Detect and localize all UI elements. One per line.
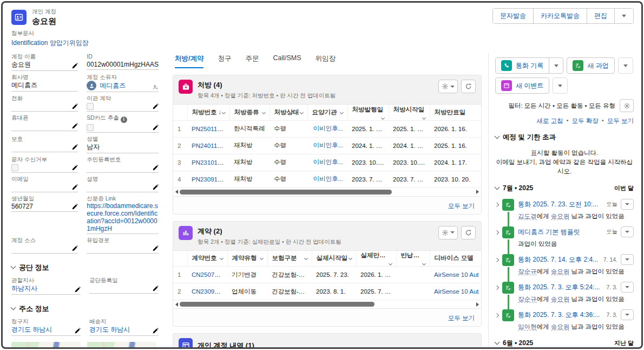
edit-pencil-icon[interactable] [152,165,159,171]
care-org-link[interactable]: 이비인후... [313,142,343,148]
scrollbar-thumb[interactable] [180,302,374,307]
expand-chevron-icon[interactable] [495,258,499,262]
activity-title-link[interactable]: 통화 2025. 7. 23. 오전 10:... [518,200,603,209]
activity-title-link[interactable]: 통화 2025. 7. 14. 오후 2:4... [518,255,600,264]
edit-pencil-icon[interactable] [74,328,81,334]
column-prescription-no[interactable]: 처방번호 ↓ [187,105,229,120]
target-link[interactable]: 송요원 [551,268,570,275]
new-task-dropdown[interactable] [618,57,633,74]
upcoming-overdue-section[interactable]: 예정 및 기한 초과 [495,133,634,142]
history-title[interactable]: 개인 계정 내역 (1) [198,341,254,349]
kakao-send-button[interactable]: 카카오톡발송 [533,9,587,23]
log-call-dropdown[interactable] [549,58,563,73]
billing-address-link[interactable]: 경기도 하남시 [11,325,52,334]
prescription-link[interactable]: PN2310152533 [192,159,229,166]
edit-pencil-icon[interactable] [152,184,159,191]
care-org-link[interactable]: 이비인후... [313,176,343,182]
edit-button[interactable]: 편집 [587,9,614,23]
expand-chevron-icon[interactable] [495,286,499,290]
column-start-date[interactable]: 처방시작일 [389,105,430,120]
actor-link[interactable]: 김도경 [518,213,537,220]
new-event-dropdown[interactable] [553,77,568,94]
view-all-link[interactable]: 모두 보기 [448,203,475,209]
tab-order[interactable]: 주문 [245,54,259,68]
edit-pencil-icon[interactable] [71,123,78,129]
info-icon[interactable]: i [121,116,127,123]
prescription-link[interactable]: PN2501186293 [192,126,229,132]
scroll-right-arrow[interactable] [476,302,479,307]
activity-filter-text[interactable]: 필터: 모든 시간 • 모든 활동 • 모든 유형 [508,102,615,110]
new-event-button[interactable]: 새 이벤트 [495,77,549,94]
edit-pencil-icon[interactable] [152,286,159,292]
checkbox[interactable] [87,103,94,110]
scroll-right-arrow[interactable] [476,190,479,194]
activity-menu-button[interactable] [621,226,634,237]
column-contract-no[interactable]: 계약번호 [187,251,227,267]
log-call-button[interactable]: 통화 기록 [496,60,549,71]
more-actions-button[interactable] [614,9,633,23]
edit-pencil-icon[interactable] [71,204,78,210]
expand-chevron-icon[interactable] [495,230,499,235]
shipping-map-thumbnail[interactable]: 100 고덕로 서울외곽 [87,342,156,349]
refresh-link[interactable]: 새로 고침 [536,117,563,125]
column-device-model[interactable]: 디바이스 모델 [430,251,481,267]
activity-menu-button[interactable] [621,254,634,265]
list-settings-button[interactable] [438,80,458,93]
refresh-button[interactable] [461,226,476,239]
target-link[interactable]: 송요원 [551,323,570,330]
care-org-link[interactable]: 이비인후... [313,159,343,165]
column-actual-end[interactable]: 실제만료일 ↓ [356,251,396,267]
prescription-link[interactable]: PN2309150016 [192,176,229,183]
expand-all-link[interactable]: 모두 확장 [572,117,599,125]
device-model-link[interactable]: AirSense 10 Aut [434,271,478,278]
actor-link[interactable]: 장순규 [518,296,537,303]
edit-pencil-icon[interactable] [74,287,81,293]
attachment-link[interactable]: Identification 양압기위임장 [11,38,633,48]
target-link[interactable]: 송요원 [551,213,570,220]
list-settings-button[interactable] [438,226,458,239]
activity-menu-button[interactable] [621,282,634,293]
activity-title-link[interactable]: 메디홈즈 기본 템플릿 [518,228,603,237]
id-card-url-link[interactable]: https://bodammedicare.secure.force.com/I… [87,202,159,232]
actor-link[interactable]: 장순규 [518,268,537,275]
activity-filter-button[interactable] [620,99,634,112]
tab-prescription-contract[interactable]: 처방/계약 [175,54,203,68]
edit-pencil-icon[interactable] [152,328,159,334]
column-end-date[interactable]: 처방만료일 [430,105,481,120]
edit-pencil-icon[interactable] [152,245,159,252]
owner-link[interactable]: 메디홈즈 [100,81,126,90]
branch-link[interactable]: 하남지사 [11,284,37,293]
tab-call-sms[interactable]: Call/SMS [273,54,301,68]
actor-link[interactable]: 임아현 [518,323,537,330]
edit-pencil-icon[interactable] [152,103,159,110]
edit-pencil-icon[interactable] [71,144,78,151]
scroll-left-arrow[interactable] [175,190,178,194]
care-org-link[interactable]: 이비인후... [313,125,343,132]
tab-poa[interactable]: 위임장 [316,54,336,68]
contract-link[interactable]: CN250760218 [192,271,227,278]
view-all-link[interactable]: 모두 보기 [607,117,634,125]
edit-pencil-icon[interactable] [71,184,78,191]
section-gongdan-info[interactable]: 공단 정보 [11,263,159,273]
edit-pencil-icon[interactable] [152,125,159,131]
prescription-link[interactable]: PN2401162635 [192,142,229,149]
contracts-title[interactable]: 계약 (2) [198,226,341,236]
expand-chevron-icon[interactable] [495,203,499,207]
new-task-button[interactable]: 새 과업 [567,57,614,74]
column-prescription-status[interactable]: 처방상태 [270,105,307,120]
refresh-button[interactable] [461,80,476,93]
shipping-address-link[interactable]: 경기도 하남시 [89,325,130,334]
view-all-link[interactable]: 모두 보기 [448,315,475,321]
activity-title-link[interactable]: 통화 2025. 7. 3. 오후 5:24:... [518,283,603,292]
target-link[interactable]: 송요원 [551,296,570,303]
edit-pencil-icon[interactable] [71,63,78,69]
checkbox[interactable] [87,124,94,131]
billing-map-thumbnail[interactable]: 100 고덕로 서울외곽 [11,342,81,349]
column-prescription-type[interactable]: 처방종류 [229,105,270,120]
column-issue-date[interactable]: 처방발행일 [347,105,389,120]
column-insurance[interactable]: 보험구분 [267,251,312,267]
activity-title-link[interactable]: 통화 2025. 7. 3. 오후 4:36:... [518,310,603,320]
device-model-link[interactable]: AirSense 10 Aut [434,288,478,295]
scrollbar-thumb[interactable] [180,190,392,195]
tab-billing[interactable]: 청구 [218,54,231,68]
